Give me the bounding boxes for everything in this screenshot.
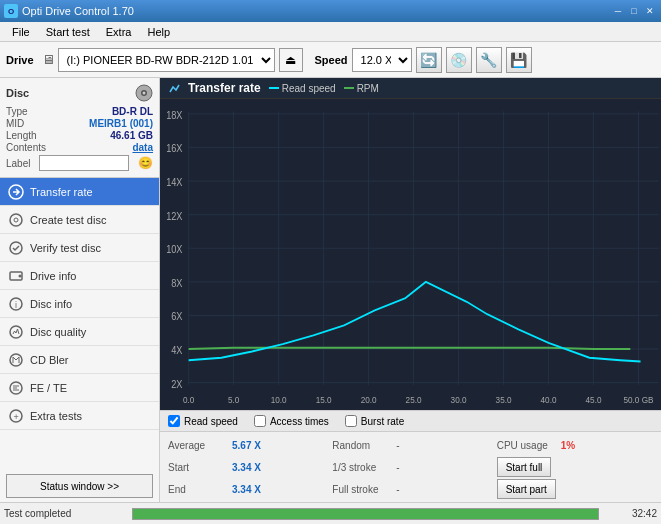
- disc-panel-title: Disc: [6, 87, 29, 99]
- close-button[interactable]: ✕: [643, 4, 657, 18]
- start-part-button[interactable]: Start part: [497, 479, 556, 499]
- svg-text:i: i: [15, 300, 17, 310]
- fe-te-icon: [8, 380, 24, 396]
- settings-button[interactable]: 🔧: [476, 47, 502, 73]
- stroke1-value: -: [396, 462, 399, 473]
- nav-disc-quality[interactable]: Disc quality: [0, 318, 159, 346]
- menu-help[interactable]: Help: [139, 24, 178, 40]
- progress-bar: [132, 508, 599, 520]
- average-label: Average: [168, 440, 228, 451]
- read-speed-checkbox[interactable]: [168, 415, 180, 427]
- nav-items: Transfer rate Create test disc Verify te…: [0, 178, 159, 470]
- maximize-button[interactable]: □: [627, 4, 641, 18]
- nav-create-test-disc[interactable]: Create test disc: [0, 206, 159, 234]
- stroke1-label: 1/3 stroke: [332, 462, 392, 473]
- drive-icon: 🖥: [42, 52, 55, 67]
- nav-fe-te-label: FE / TE: [30, 382, 67, 394]
- svg-text:2X: 2X: [171, 378, 182, 390]
- nav-cd-bler[interactable]: CD Bler: [0, 346, 159, 374]
- minimize-button[interactable]: ─: [611, 4, 625, 18]
- contents-label: Contents: [6, 142, 46, 153]
- end-label: End: [168, 484, 228, 495]
- content-wrapper: Transfer rate Read speed RPM 18X 16X 14X…: [160, 78, 661, 502]
- svg-text:18X: 18X: [166, 109, 183, 121]
- start-full-button[interactable]: Start full: [497, 457, 552, 477]
- save-button[interactable]: 💾: [506, 47, 532, 73]
- disc-button[interactable]: 💿: [446, 47, 472, 73]
- label-input[interactable]: [39, 155, 129, 171]
- mid-value: MEIRB1 (001): [89, 118, 153, 129]
- svg-text:20.0: 20.0: [361, 394, 377, 405]
- stats-panel: Average 5.67 X Random - CPU usage 1% Sta…: [160, 431, 661, 502]
- nav-verify-test-disc-label: Verify test disc: [30, 242, 101, 254]
- end-value: 3.34 X: [232, 484, 272, 495]
- svg-text:40.0: 40.0: [541, 394, 557, 405]
- nav-transfer-rate[interactable]: Transfer rate: [0, 178, 159, 206]
- nav-fe-te[interactable]: FE / TE: [0, 374, 159, 402]
- eject-button[interactable]: ⏏: [279, 48, 303, 72]
- chart-svg: 18X 16X 14X 12X 10X 8X 6X 4X 2X: [160, 99, 661, 410]
- svg-text:35.0: 35.0: [496, 394, 512, 405]
- start-label: Start: [168, 462, 228, 473]
- menu-file[interactable]: File: [4, 24, 38, 40]
- sidebar: Disc Type BD-R DL MID MEIRB1 (001) Lengt…: [0, 78, 160, 502]
- chart-title: Transfer rate: [188, 81, 261, 95]
- svg-text:6X: 6X: [171, 311, 182, 323]
- extra-tests-icon: +: [8, 408, 24, 424]
- legend-rpm-label: RPM: [357, 83, 379, 94]
- rpm-legend-dot: [344, 87, 354, 89]
- access-times-checkbox[interactable]: [254, 415, 266, 427]
- length-value: 46.61 GB: [110, 130, 153, 141]
- nav-drive-info[interactable]: Drive info: [0, 262, 159, 290]
- chart-controls: Read speed Access times Burst rate: [160, 410, 661, 431]
- menu-extra[interactable]: Extra: [98, 24, 140, 40]
- label-label: Label: [6, 158, 30, 169]
- type-label: Type: [6, 106, 28, 117]
- svg-text:25.0: 25.0: [406, 394, 422, 405]
- mid-label: MID: [6, 118, 24, 129]
- read-speed-checkbox-label[interactable]: Read speed: [168, 415, 238, 427]
- main-container: Disc Type BD-R DL MID MEIRB1 (001) Lengt…: [0, 78, 661, 502]
- nav-extra-tests-label: Extra tests: [30, 410, 82, 422]
- random-value: -: [396, 440, 399, 451]
- status-window-button[interactable]: Status window >>: [6, 474, 153, 498]
- nav-verify-test-disc[interactable]: Verify test disc: [0, 234, 159, 262]
- legend-read-label: Read speed: [282, 83, 336, 94]
- label-icon: 😊: [138, 156, 153, 170]
- app-icon: O: [4, 4, 18, 18]
- read-speed-legend-dot: [269, 87, 279, 89]
- svg-text:10.0: 10.0: [271, 394, 287, 405]
- drive-selector[interactable]: (I:) PIONEER BD-RW BDR-212D 1.01: [58, 48, 275, 72]
- speed-label: Speed: [315, 54, 348, 66]
- nav-disc-info[interactable]: i Disc info: [0, 290, 159, 318]
- toolbar: Drive 🖥 (I:) PIONEER BD-RW BDR-212D 1.01…: [0, 42, 661, 78]
- disc-panel: Disc Type BD-R DL MID MEIRB1 (001) Lengt…: [0, 78, 159, 178]
- chart-area: 18X 16X 14X 12X 10X 8X 6X 4X 2X: [160, 99, 661, 410]
- burst-rate-checkbox-text: Burst rate: [361, 416, 404, 427]
- nav-cd-bler-label: CD Bler: [30, 354, 69, 366]
- access-times-checkbox-text: Access times: [270, 416, 329, 427]
- svg-text:12X: 12X: [166, 210, 183, 222]
- speed-selector[interactable]: 12.0 X: [352, 48, 412, 72]
- stroke1-row: 1/3 stroke -: [332, 457, 488, 477]
- svg-text:8X: 8X: [171, 277, 182, 289]
- disc-svg-icon: [135, 84, 153, 102]
- time-display: 32:42: [607, 508, 657, 519]
- burst-rate-checkbox[interactable]: [345, 415, 357, 427]
- cd-bler-icon: [8, 352, 24, 368]
- status-text: Test completed: [4, 508, 124, 519]
- menu-start-test[interactable]: Start test: [38, 24, 98, 40]
- svg-text:+: +: [14, 412, 19, 422]
- burst-rate-checkbox-label[interactable]: Burst rate: [345, 415, 404, 427]
- svg-point-4: [10, 214, 22, 226]
- contents-value[interactable]: data: [132, 142, 153, 153]
- access-times-checkbox-label[interactable]: Access times: [254, 415, 329, 427]
- disc-quality-icon: [8, 324, 24, 340]
- refresh-button[interactable]: 🔄: [416, 47, 442, 73]
- full-stroke-value: -: [396, 484, 399, 495]
- svg-text:0.0: 0.0: [183, 394, 194, 405]
- cpu-row: CPU usage 1%: [497, 435, 653, 455]
- nav-extra-tests[interactable]: + Extra tests: [0, 402, 159, 430]
- svg-text:4X: 4X: [171, 344, 182, 356]
- full-stroke-label: Full stroke: [332, 484, 392, 495]
